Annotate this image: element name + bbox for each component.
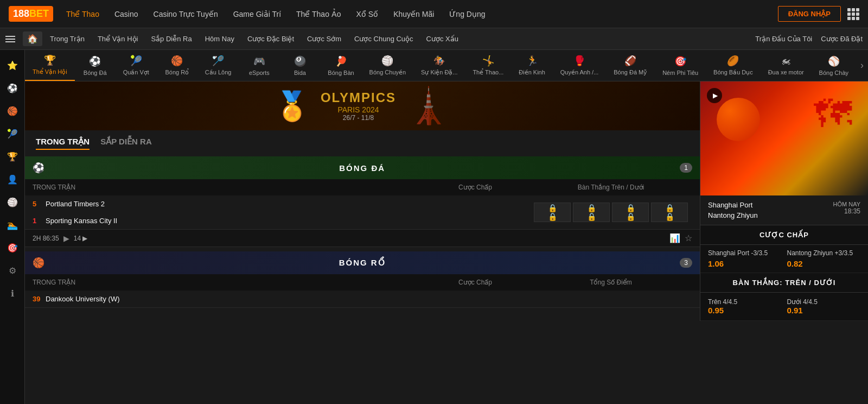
tab-bong-ro[interactable]: 🏀 Bóng Rổ <box>157 50 197 80</box>
tab-the-thao-khac[interactable]: 🤸 Thể Thao... <box>465 50 511 80</box>
tab-sap-dien-ra-main[interactable]: SẮP DIỄN RA <box>100 137 152 150</box>
nav-hom-nay[interactable]: Hôm Nay <box>200 35 240 43</box>
tab-bong-da[interactable]: ⚽ Bóng Đá <box>75 51 116 80</box>
nav-xo-so[interactable]: Xổ Số <box>356 8 379 21</box>
bong-bau-duc-icon: 🏉 <box>727 55 739 67</box>
tab-bong-chay[interactable]: ⚾ Bóng Chày <box>812 51 856 80</box>
nav-tran-dau-cua-toi[interactable]: Trận Đấu Của Tôi <box>755 35 812 43</box>
banner-title: OLYMPICS <box>321 90 396 105</box>
tab-quyen-anh[interactable]: 🥊 Quyền Anh /... <box>553 50 606 80</box>
top-navigation: 188BET Thể Thao Casino Casino Trực Tuyến… <box>0 0 868 28</box>
col-status-label: TRONG TRẬN <box>33 184 87 191</box>
site-logo[interactable]: 188BET <box>9 6 53 22</box>
tab-esports[interactable]: 🎮 eSports <box>239 51 279 80</box>
cuoc-chap-right[interactable]: Nantong Zhiyun +3/3.5 0.82 <box>787 249 861 268</box>
bong-ro-section-icon: 🏀 <box>33 257 44 269</box>
quyen-anh-icon: 🥊 <box>573 55 585 67</box>
sidebar-dart-icon[interactable]: 🎯 <box>3 238 22 257</box>
tab-the-van-hoi-label: Thể Vận Hội <box>33 68 67 75</box>
tab-quan-vot[interactable]: 🎾 Quần Vợt <box>116 50 157 80</box>
ban-thang-over[interactable]: Trên 4/4.5 0.95 <box>708 298 782 315</box>
nav-casino-truc-tuyen[interactable]: Casino Trực Tuyến <box>154 8 218 21</box>
star-icon[interactable]: ☆ <box>685 233 692 243</box>
table-row: 39 Dankook University (W) <box>25 291 700 308</box>
apps-icon[interactable] <box>847 8 859 20</box>
tab-bida[interactable]: 🎱 Bida <box>279 51 320 80</box>
team-row-1: 5 Portland Timbers 2 <box>33 195 529 212</box>
bong-ro-count: 3 <box>680 258 692 268</box>
tab-dua-xe[interactable]: 🏍 Đua xe motor <box>761 51 812 80</box>
tab-bong-bau-duc[interactable]: 🏉 Bóng Bầu Dục <box>706 50 761 80</box>
tab-dien-kinh[interactable]: 🏃 Điền Kinh <box>511 50 553 80</box>
lock-icon-2b: 🔒 <box>587 212 596 221</box>
cuoc-chap-left[interactable]: Shanghai Port -3/3.5 1.06 <box>708 249 782 268</box>
sidebar-basketball-icon[interactable]: 🏀 <box>3 101 22 121</box>
tab-bong-da-my[interactable]: 🏈 Bóng Đá Mỹ <box>606 50 655 80</box>
video-play-button[interactable]: ▶ <box>707 88 722 103</box>
tab-trong-tran-main[interactable]: TRONG TRẬN <box>36 137 90 150</box>
nav-sap-dien-ra[interactable]: Sắp Diễn Ra <box>145 35 197 43</box>
match-footer: 2H 86:35 ▶ 14 ▶ 📊 ☆ <box>25 230 700 247</box>
lock-cell-3[interactable]: 🔒 🔒 <box>612 203 649 222</box>
play-icon[interactable]: ▶ <box>63 234 69 243</box>
bong-ro-icon: 🏀 <box>171 55 183 67</box>
tab-cau-long[interactable]: 🏸 Cầu Lông <box>197 50 239 80</box>
soccer-ball-visual <box>717 98 760 141</box>
nav-casino[interactable]: Casino <box>114 8 138 21</box>
nav-cuoc-som[interactable]: Cược Sớm <box>302 35 347 43</box>
sidebar-soccer-icon[interactable]: ⚽ <box>3 78 22 98</box>
nav-cuoc-da-dat[interactable]: Cược Đã Đặt <box>821 35 863 43</box>
match-time: 2H 86:35 <box>33 235 59 242</box>
ban-thang-under[interactable]: Dưới 4/4.5 0.91 <box>787 298 861 315</box>
bong-da-icon: ⚽ <box>89 55 101 67</box>
sidebar-info-icon[interactable]: ℹ <box>3 283 22 303</box>
nav-cuoc-xau[interactable]: Cược Xấu <box>421 35 464 43</box>
lock-icon-1: 🔒 <box>548 204 557 212</box>
lock-cell-1[interactable]: 🔒 🔒 <box>534 203 571 222</box>
bong-ro-team-row: 39 Dankook University (W) <box>33 291 692 307</box>
sidebar-person-icon[interactable]: 👤 <box>3 169 22 189</box>
sidebar-tennis-icon[interactable]: 🎾 <box>3 124 22 143</box>
nav-the-thao[interactable]: Thể Thao <box>66 8 99 21</box>
nav-the-thao-ao[interactable]: Thể Thao Ảo <box>296 8 341 21</box>
hamburger-icon[interactable] <box>5 36 15 42</box>
sports-tabs-bar: 🏆 Thể Vận Hội ⚽ Bóng Đá 🎾 Quần Vợt 🏀 Bón… <box>25 50 868 81</box>
stats-icon[interactable]: 📊 <box>669 233 680 243</box>
tab-nem-phi-tieu[interactable]: 🎯 Ném Phi Tiêu <box>655 51 706 80</box>
tab-su-kien[interactable]: 🏇 Sự Kiện Đặ... <box>413 50 465 80</box>
nav-the-van-hoi[interactable]: Thể Vận Hội <box>92 35 144 43</box>
tab-bong-chuyen[interactable]: 🏐 Bóng Chuyền <box>362 50 413 80</box>
banner-subtitle: PARIS 2024 <box>321 105 396 114</box>
tab-quyen-anh-label: Quyền Anh /... <box>560 69 599 76</box>
sidebar-swimming-icon[interactable]: 🏊 <box>3 215 22 235</box>
ban-thang-under-value: 0.91 <box>787 306 861 315</box>
cuoc-chap-odds-row: Shanghai Port -3/3.5 1.06 Nantong Zhiyun… <box>700 245 868 273</box>
nav-cuoc-chung-cuoc[interactable]: Cược Chung Cuộc <box>349 35 419 43</box>
tab-the-van-hoi[interactable]: 🏆 Thể Vận Hội <box>25 50 75 81</box>
nav-trong-tran[interactable]: Trong Trận <box>44 35 90 43</box>
video-player[interactable]: 🗺 ▶ <box>700 81 868 195</box>
sports-tab-arrow-right[interactable]: › <box>856 60 868 71</box>
bong-ban-icon: 🏓 <box>335 55 347 67</box>
home-button[interactable]: 🏠 <box>23 31 42 46</box>
team-name-sporting: Sporting Kansas City II <box>46 217 529 225</box>
nav-khuyen-mai[interactable]: Khuyến Mãi <box>393 8 434 21</box>
nav-game-giai-tri[interactable]: Game Giải Trí <box>233 8 281 21</box>
bong-da-header: ⚽ BÓNG ĐÁ 1 <box>25 156 700 179</box>
tab-bong-ban[interactable]: 🏓 Bóng Bàn <box>320 51 361 80</box>
tab-bong-ban-label: Bóng Bàn <box>328 70 354 76</box>
sidebar-volleyball-icon[interactable]: 🏐 <box>3 192 22 212</box>
right-ban-thang-section: BÀN THẮNG: TRÊN / DƯỚI Trên 4/4.5 0.95 D… <box>700 273 868 321</box>
nav-ung-dung[interactable]: Ứng Dụng <box>449 8 485 21</box>
nav-cuoc-dac-biet[interactable]: Cược Đặc Biệt <box>242 35 299 43</box>
login-button[interactable]: ĐĂNG NHẬP <box>778 6 841 22</box>
tab-esports-label: eSports <box>249 70 270 76</box>
lock-cell-2[interactable]: 🔒 🔒 <box>573 203 610 222</box>
lock-cell-4[interactable]: 🔒 🔒 <box>651 203 688 222</box>
sidebar-trophy-icon[interactable]: 🏆 <box>3 147 22 166</box>
sidebar-settings-icon[interactable]: ⚙ <box>3 261 22 280</box>
tab-the-thao-khac-label: Thể Thao... <box>473 69 503 76</box>
team-name-portland: Portland Timbers 2 <box>46 200 529 208</box>
bong-da-my-icon: 🏈 <box>624 55 636 67</box>
sidebar-star-icon[interactable]: ⭐ <box>3 55 22 75</box>
